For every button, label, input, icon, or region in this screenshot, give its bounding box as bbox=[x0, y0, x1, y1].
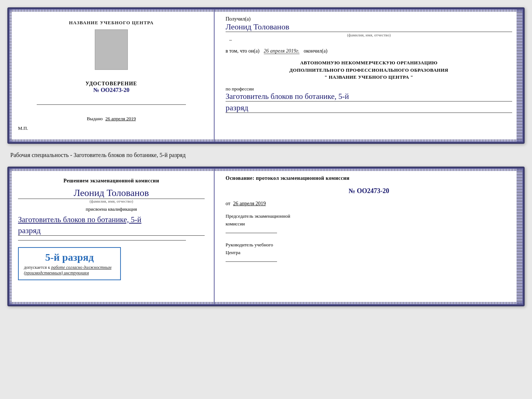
stamp-allowed-italic: работе согласно должностным bbox=[51, 265, 111, 270]
profession-block: по профессии Заготовитель блоков по бота… bbox=[226, 86, 512, 113]
recipient-line: Получил(а) Леонид Толованов (фамилия, им… bbox=[226, 16, 512, 43]
cert-left-panel: НАЗВАНИЕ УЧЕБНОГО ЦЕНТРА УДОСТОВЕРЕНИЕ №… bbox=[9, 9, 215, 142]
cert2-right-panel: Основание: протокол экзаменационной коми… bbox=[215, 168, 523, 305]
date-italic: 26 апреля 2019г. bbox=[264, 48, 299, 54]
mp-label: М.П. bbox=[18, 125, 28, 131]
ot-date-value: 26 апреля 2019 bbox=[233, 201, 266, 206]
right-strip-decoration2 bbox=[517, 168, 523, 305]
chairman-block: Председатель экзаменационной комиссии bbox=[226, 213, 512, 235]
recipient-name: Леонид Толованов bbox=[226, 22, 512, 32]
poluchil-prefix: Получил(а) bbox=[226, 16, 251, 22]
org-line3: " НАЗВАНИЕ УЧЕБНОГО ЦЕНТРА " bbox=[226, 74, 512, 81]
left-strip-decoration bbox=[9, 9, 12, 142]
razryad2: разряд bbox=[18, 226, 205, 236]
rukov-line2: Центра bbox=[226, 249, 512, 257]
certificate-card-top: НАЗВАНИЕ УЧЕБНОГО ЦЕНТРА УДОСТОВЕРЕНИЕ №… bbox=[7, 7, 525, 144]
protocol-number: № OO2473-20 bbox=[226, 187, 512, 195]
prisvoena-text: присвоена квалификация bbox=[18, 206, 205, 212]
dash: – bbox=[229, 37, 232, 43]
training-center-label-top: НАЗВАНИЕ УЧЕБНОГО ЦЕНТРА bbox=[69, 20, 154, 26]
stamp-box: 5-й разряд допускается к работе согласно… bbox=[18, 247, 121, 280]
date-line: в том, что он(а) 26 апреля 2019г. окончи… bbox=[226, 48, 512, 54]
page-wrapper: НАЗВАНИЕ УЧЕБНОГО ЦЕНТРА УДОСТОВЕРЕНИЕ №… bbox=[7, 7, 525, 306]
stamp-grade: 5-й разряд bbox=[24, 252, 115, 263]
vtom-prefix: в том, что он(а) bbox=[226, 48, 259, 54]
stamp-allowed: допускается к работе согласно должностны… bbox=[24, 265, 115, 276]
subtitle-text: Рабочая специальность - Заготовитель бло… bbox=[7, 150, 525, 160]
top-strip-decoration2 bbox=[9, 168, 523, 171]
person-name-large: Леонид Толованов bbox=[18, 188, 205, 199]
ot-prefix: от bbox=[226, 201, 230, 206]
okonchil: окончил(а) bbox=[303, 48, 327, 54]
vydano-date: 26 апреля 2019 bbox=[105, 116, 136, 121]
ot-date: от 26 апреля 2019 bbox=[226, 201, 512, 207]
stamp-allowed-italic2: (производственным) инструкциям bbox=[24, 270, 89, 275]
decision-text: Решением экзаменационной комиссии bbox=[18, 177, 205, 185]
qual-name: Заготовитель блоков по ботанике, 5-й bbox=[18, 215, 205, 224]
rukov-block: Руководитель учебного Центра bbox=[226, 241, 512, 264]
vydano-block: Выдано 26 апреля 2019 bbox=[87, 116, 136, 122]
org-line1: АВТОНОМНУЮ НЕКОММЕРЧЕСКУЮ ОРГАНИЗАЦИЮ bbox=[226, 59, 512, 67]
chairman-line1: Председатель экзаменационной bbox=[226, 213, 512, 220]
udost-block: УДОСТОВЕРЕНИЕ № OO2473-20 bbox=[86, 81, 137, 93]
certificate-card-bottom: Решением экзаменационной комиссии Леонид… bbox=[7, 167, 525, 306]
vydano-label: Выдано bbox=[87, 116, 103, 121]
cert2-left-panel: Решением экзаменационной комиссии Леонид… bbox=[9, 168, 215, 305]
chairman-sign-line bbox=[226, 233, 277, 233]
rukov-sign-line bbox=[226, 261, 277, 262]
profession-name: Заготовитель блоков по ботанике, 5-й bbox=[226, 92, 512, 101]
right-strip-decoration bbox=[517, 9, 523, 142]
top-strip-decoration bbox=[9, 9, 523, 12]
org-line2: ДОПОЛНИТЕЛЬНОГО ПРОФЕССИОНАЛЬНОГО ОБРАЗО… bbox=[226, 67, 512, 74]
fio-label-bottom: (фамилия, имя, отчество) bbox=[18, 199, 205, 203]
org-block: АВТОНОМНУЮ НЕКОММЕРЧЕСКУЮ ОРГАНИЗАЦИЮ ДО… bbox=[226, 59, 512, 81]
bottom-strip-decoration bbox=[9, 139, 523, 142]
cert-right-panel: Получил(а) Леонид Толованов (фамилия, им… bbox=[215, 9, 523, 142]
stamp-allowed-prefix: допускается к bbox=[24, 265, 50, 270]
rukov-line1: Руководитель учебного bbox=[226, 241, 512, 249]
po-professii: по профессии bbox=[226, 86, 512, 92]
chairman-line2: комиссии bbox=[226, 220, 512, 228]
bottom-strip-decoration2 bbox=[9, 302, 523, 305]
razryad: разряд bbox=[226, 103, 512, 113]
osnov-text: Основание: протокол экзаменационной коми… bbox=[226, 175, 512, 181]
photo-placeholder bbox=[95, 29, 128, 70]
fio-label-top: (фамилия, имя, отчество) bbox=[226, 33, 512, 37]
udost-number: № OO2473-20 bbox=[86, 87, 137, 93]
left-strip-decoration2 bbox=[9, 168, 12, 305]
udost-title: УДОСТОВЕРЕНИЕ bbox=[86, 81, 137, 87]
